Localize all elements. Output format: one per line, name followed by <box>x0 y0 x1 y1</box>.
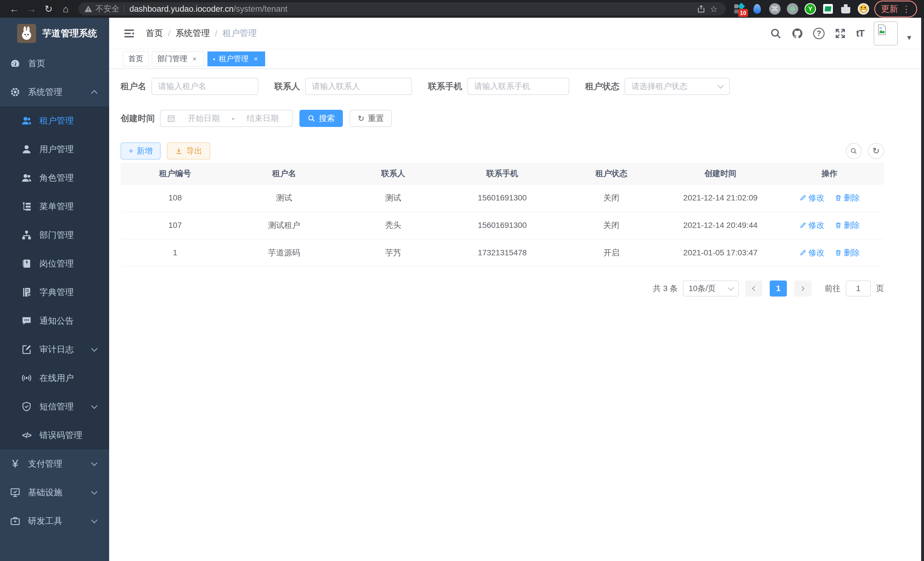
reset-button[interactable]: ↻ 重置 <box>350 110 392 127</box>
browser-toolbar: ← → ↻ ⌂ 不安全 dashboard.yudao.iocoder.cn/s… <box>0 0 924 18</box>
close-icon[interactable]: × <box>252 55 260 63</box>
dictionary-icon <box>21 287 32 298</box>
prev-page-button[interactable] <box>745 281 762 296</box>
start-date-placeholder[interactable]: 开始日期 <box>181 113 226 124</box>
address-bar[interactable]: 不安全 dashboard.yudao.iocoder.cn/system/te… <box>78 2 726 15</box>
extension-balloon-icon[interactable] <box>752 3 763 15</box>
toggle-search-button[interactable] <box>846 143 862 159</box>
reload-icon[interactable]: ↻ <box>41 2 56 15</box>
sidebar-item-dev-tools[interactable]: 研发工具 <box>0 507 109 535</box>
edit-link[interactable]: 修改 <box>799 193 824 203</box>
breadcrumb-home[interactable]: 首页 <box>146 27 163 39</box>
browser-update-button[interactable]: 更新 ⋮ <box>874 1 917 17</box>
end-date-placeholder[interactable]: 结束日期 <box>240 113 286 124</box>
profile-avatar-icon[interactable] <box>858 3 869 15</box>
delete-link[interactable]: 删除 <box>835 247 860 258</box>
chevron-down-icon <box>91 517 98 523</box>
extension-tabs-icon[interactable]: 10 <box>734 3 745 15</box>
sidebar-item-audit-log[interactable]: 审计日志 <box>0 335 109 364</box>
plus-icon: + <box>129 146 133 156</box>
export-button-label: 导出 <box>186 146 202 156</box>
sidebar-item-label: 通知公告 <box>39 315 74 327</box>
extensions-puzzle-icon[interactable] <box>840 3 851 15</box>
mobile-input[interactable] <box>474 82 562 91</box>
col-mobile: 联系手机 <box>448 163 557 184</box>
back-icon[interactable]: ← <box>7 2 22 15</box>
sidebar-item-role[interactable]: 角色管理 <box>0 164 109 192</box>
sidebar-item-dict[interactable]: 字典管理 <box>0 278 109 307</box>
page-size-select[interactable]: 10条/页 <box>683 281 739 296</box>
page-url[interactable]: dashboard.yudao.iocoder.cn/system/tenant <box>129 4 695 14</box>
sidebar-item-tenant[interactable]: 租户管理 <box>0 106 109 135</box>
edit-link[interactable]: 修改 <box>799 220 824 231</box>
search-button[interactable]: 搜索 <box>299 110 343 127</box>
home-icon[interactable]: ⌂ <box>58 2 73 15</box>
tab-home[interactable]: 首页 <box>123 51 148 66</box>
tenant-name-input[interactable] <box>158 82 251 91</box>
search-icon[interactable] <box>770 27 782 39</box>
yen-icon: ¥ <box>10 458 21 469</box>
sidebar-item-dept[interactable]: 部门管理 <box>0 221 109 249</box>
sidebar-item-home[interactable]: 首页 <box>0 49 109 78</box>
breadcrumb: 首页 / 系统管理 / 租户管理 <box>146 27 770 39</box>
delete-link[interactable]: 删除 <box>835 220 860 231</box>
extension-y-icon[interactable]: Y <box>805 3 816 15</box>
share-icon[interactable] <box>695 3 707 15</box>
pagination: 共 3 条 10条/页 1 前往 页 <box>121 281 884 308</box>
font-size-icon[interactable]: tT <box>856 28 864 39</box>
edit-link[interactable]: 修改 <box>799 247 824 258</box>
sidebar-item-system[interactable]: 系统管理 <box>0 78 109 106</box>
download-icon <box>175 147 183 155</box>
close-icon[interactable]: × <box>190 55 199 63</box>
export-button[interactable]: 导出 <box>167 142 210 159</box>
sidebar-item-notice[interactable]: 通知公告 <box>0 307 109 335</box>
sidebar-item-menu[interactable]: 菜单管理 <box>0 192 109 221</box>
sidebar-item-label: 岗位管理 <box>39 258 74 270</box>
chevron-down-icon <box>91 488 98 495</box>
github-icon[interactable] <box>791 27 803 39</box>
extension-command-icon[interactable]: ⌘ <box>769 3 781 15</box>
goto-page-input[interactable] <box>846 281 871 296</box>
date-range-picker[interactable]: 开始日期 - 结束日期 <box>160 110 292 127</box>
avatar[interactable] <box>874 21 898 45</box>
sidebar-item-infrastructure[interactable]: 基础设施 <box>0 478 109 507</box>
sidebar-item-user[interactable]: 用户管理 <box>0 135 109 164</box>
page-number-1[interactable]: 1 <box>770 281 787 296</box>
browser-menu-icon[interactable]: ⋮ <box>902 4 910 14</box>
sidebar-item-online-users[interactable]: 在线用户 <box>0 364 109 392</box>
not-secure-label[interactable]: 不安全 <box>95 3 119 14</box>
trash-icon <box>835 249 842 256</box>
sidebar-item-payment[interactable]: ¥ 支付管理 <box>0 450 109 478</box>
bookmark-star-icon[interactable]: ☆ <box>707 3 720 15</box>
help-icon[interactable]: ? <box>813 28 825 39</box>
fullscreen-icon[interactable] <box>834 27 846 39</box>
extension-recorder-icon[interactable] <box>787 3 798 15</box>
tab-dept[interactable]: 部门管理 × <box>152 51 204 66</box>
tab-tenant[interactable]: ● 租户管理 × <box>207 51 265 66</box>
extension-chat-icon[interactable] <box>822 3 834 15</box>
delete-link[interactable]: 删除 <box>835 193 860 203</box>
pencil-icon <box>799 222 807 229</box>
cell-mobile: 15601691300 <box>448 184 557 212</box>
dashboard-icon <box>10 58 21 69</box>
sidebar-item-sms[interactable]: 短信管理 <box>0 392 109 421</box>
sidebar-item-error-code[interactable]: </> 错误码管理 <box>0 421 109 450</box>
refresh-table-button[interactable]: ↻ <box>868 143 884 159</box>
trash-icon <box>835 194 842 202</box>
sidebar-toggle-icon[interactable] <box>123 27 135 40</box>
add-button[interactable]: + 新增 <box>121 142 160 159</box>
not-secure-warning-icon <box>84 5 93 13</box>
sidebar-item-post[interactable]: 岗位管理 <box>0 249 109 278</box>
breadcrumb-system[interactable]: 系统管理 <box>176 27 210 39</box>
cell-created: 2021-12-14 21:02:09 <box>666 184 775 212</box>
goto-label: 前往 <box>825 283 841 294</box>
contact-input[interactable] <box>312 82 405 91</box>
status-select[interactable]: 请选择租户状态 <box>625 78 730 95</box>
broadcast-icon <box>21 373 32 384</box>
logo[interactable]: 芋道管理系统 <box>0 18 109 49</box>
sidebar-item-label: 角色管理 <box>39 172 74 184</box>
next-page-button[interactable] <box>794 281 812 296</box>
trash-icon <box>835 222 842 229</box>
forward-icon[interactable]: → <box>24 2 39 15</box>
avatar-caret-icon[interactable]: ▼ <box>906 34 913 42</box>
